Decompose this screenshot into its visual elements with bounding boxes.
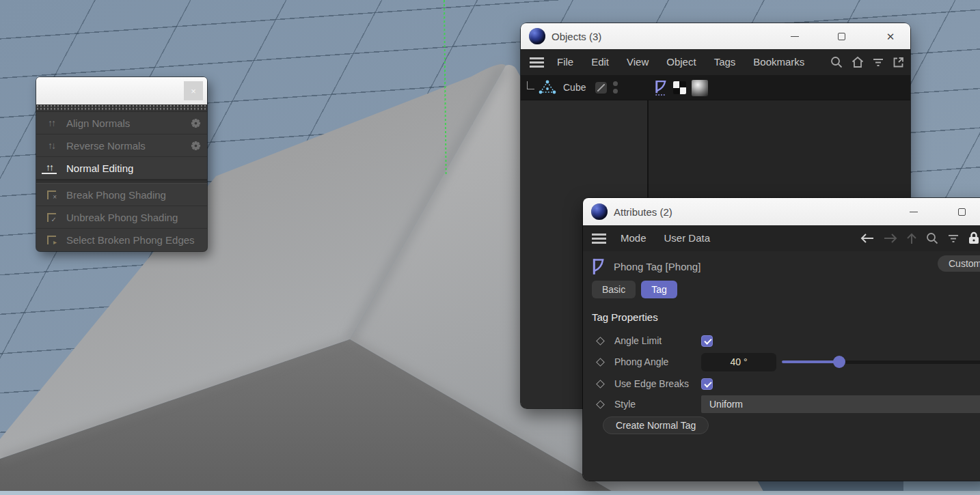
menu-item-normal-editing[interactable]: ↑↑ Normal Editing xyxy=(36,157,207,180)
gear-icon[interactable] xyxy=(191,118,201,128)
filter-icon[interactable] xyxy=(947,232,959,244)
property-row-angle-limit: Angle Limit xyxy=(592,330,975,351)
menu-tags[interactable]: Tags xyxy=(705,49,745,75)
use-edge-breaks-checkbox[interactable] xyxy=(701,378,713,390)
hamburger-icon[interactable] xyxy=(530,57,544,68)
forward-arrow-icon[interactable] xyxy=(883,232,898,244)
cinema4d-screen: { "palette": { "close_glyph": "×", "item… xyxy=(0,0,980,495)
keyframe-diamond-icon[interactable] xyxy=(596,358,605,367)
phong-tag-icon xyxy=(592,257,605,276)
menu-bookmarks[interactable]: Bookmarks xyxy=(744,49,813,75)
property-row-use-edge-breaks: Use Edge Breaks xyxy=(592,373,975,394)
menu-edit[interactable]: Edit xyxy=(582,49,618,75)
enable-toggle-icon[interactable] xyxy=(595,82,607,94)
phong-angle-slider[interactable] xyxy=(782,353,980,371)
angle-limit-checkbox[interactable] xyxy=(701,335,713,347)
menu-item-align-normals[interactable]: ↑↑ Align Normals xyxy=(36,112,207,135)
attributes-window-title: Attributes (2) xyxy=(614,206,672,218)
select-broken-edges-icon: ▸ xyxy=(47,236,56,244)
attributes-titlebar[interactable]: Attributes (2) xyxy=(583,198,980,225)
slider-fill xyxy=(782,360,839,363)
hamburger-icon[interactable] xyxy=(592,234,606,244)
tab-basic[interactable]: Basic xyxy=(592,281,636,298)
search-icon[interactable] xyxy=(830,55,843,69)
tab-tag[interactable]: Tag xyxy=(641,281,677,298)
property-label: Angle Limit xyxy=(614,335,701,346)
texture-tag-icon[interactable] xyxy=(673,81,686,94)
property-label: Phong Angle xyxy=(614,356,701,367)
objects-titlebar[interactable]: Objects (3) ✕ xyxy=(521,23,910,49)
slider-track[interactable] xyxy=(839,360,980,364)
up-arrow-icon[interactable] xyxy=(906,232,917,244)
tree-branch-icon xyxy=(527,81,534,89)
menu-user-data[interactable]: User Data xyxy=(655,225,720,251)
objects-toolbar-icons xyxy=(830,49,905,75)
keyframe-diamond-icon[interactable] xyxy=(596,400,605,409)
c4d-logo-icon xyxy=(591,203,608,220)
normal-editing-icon: ↑↑ xyxy=(42,162,57,174)
align-normals-icon: ↑↑ xyxy=(42,117,61,128)
menu-item-label: Unbreak Phong Shading xyxy=(66,212,178,223)
create-normal-tag-row: Create Normal Tag xyxy=(603,416,709,434)
attributes-window[interactable]: Attributes (2) Mode User Data xyxy=(583,198,980,481)
search-icon[interactable] xyxy=(925,231,939,245)
minimize-button[interactable] xyxy=(899,198,928,225)
tag-header-title: Phong Tag [Phong] xyxy=(614,261,700,272)
palette-close-button[interactable]: × xyxy=(184,81,203,100)
gear-icon[interactable] xyxy=(191,141,201,151)
phong-angle-input[interactable]: 40 ° xyxy=(701,353,776,371)
property-label: Style xyxy=(614,399,701,410)
menu-item-break-phong-shading[interactable]: × Break Phong Shading xyxy=(36,184,207,206)
menu-item-label: Normal Editing xyxy=(66,162,133,174)
phong-tag-icon[interactable] xyxy=(654,79,668,96)
tab-bar: Basic Tag xyxy=(592,281,677,298)
lock-icon[interactable] xyxy=(968,231,980,245)
property-label: Use Edge Breaks xyxy=(614,378,701,389)
style-dropdown[interactable]: Uniform xyxy=(701,395,980,413)
tag-header-row: Phong Tag [Phong] xyxy=(592,257,700,276)
menu-item-reverse-normals[interactable]: ↑↓ Reverse Normals xyxy=(36,135,207,157)
material-tag-icon[interactable] xyxy=(692,80,708,96)
back-arrow-icon[interactable] xyxy=(860,232,875,244)
create-normal-tag-button[interactable]: Create Normal Tag xyxy=(603,416,709,434)
unbreak-phong-icon: ✓ xyxy=(47,213,56,222)
attributes-menubar: Mode User Data xyxy=(583,225,980,251)
object-name[interactable]: Cube xyxy=(563,82,586,93)
palette-drag-handle[interactable] xyxy=(36,104,207,112)
tag-list xyxy=(654,79,708,96)
menu-mode[interactable]: Mode xyxy=(612,225,655,251)
attributes-panel: Phong Tag [Phong] Custom Basic Tag Tag P… xyxy=(583,251,980,481)
normals-palette-window[interactable]: × ↑↑ Align Normals ↑↓ Reverse Normals ↑↑… xyxy=(36,77,207,251)
property-row-style: Style Uniform xyxy=(592,394,980,414)
objects-menubar: File Edit View Object Tags Bookmarks xyxy=(521,49,910,75)
menu-view[interactable]: View xyxy=(618,49,657,75)
maximize-button[interactable] xyxy=(827,23,856,49)
menu-item-label: Reverse Normals xyxy=(66,140,146,152)
maximize-button[interactable] xyxy=(947,198,976,225)
ground-horizon-strip xyxy=(0,491,980,495)
visibility-dots[interactable] xyxy=(613,81,618,94)
menu-item-label: Break Phong Shading xyxy=(66,189,166,201)
menu-item-unbreak-phong-shading[interactable]: ✓ Unbreak Phong Shading xyxy=(36,206,207,229)
object-row-cube[interactable]: Cube xyxy=(521,75,910,100)
reverse-normals-icon: ↑↓ xyxy=(42,140,61,151)
close-button[interactable]: ✕ xyxy=(876,23,905,49)
keyframe-diamond-icon[interactable] xyxy=(596,380,605,388)
menu-file[interactable]: File xyxy=(548,49,582,75)
filter-icon[interactable] xyxy=(872,56,884,68)
popout-icon[interactable] xyxy=(892,56,905,69)
menu-item-label: Select Broken Phong Edges xyxy=(66,234,195,246)
cube-object-icon[interactable] xyxy=(539,79,556,96)
menu-item-select-broken-phong-edges[interactable]: ▸ Select Broken Phong Edges xyxy=(36,229,207,251)
palette-titlebar[interactable]: × xyxy=(36,77,207,104)
section-title: Tag Properties xyxy=(592,311,658,323)
minimize-button[interactable] xyxy=(780,23,809,49)
keyframe-diamond-icon[interactable] xyxy=(596,337,605,345)
menu-object[interactable]: Object xyxy=(657,49,705,75)
menu-item-label: Align Normals xyxy=(66,117,130,129)
home-icon[interactable] xyxy=(851,55,865,69)
custom-button[interactable]: Custom xyxy=(938,255,980,272)
slider-handle[interactable] xyxy=(833,356,845,368)
attributes-toolbar-icons xyxy=(860,225,980,251)
property-row-phong-angle: Phong Angle 40 ° xyxy=(592,352,980,372)
